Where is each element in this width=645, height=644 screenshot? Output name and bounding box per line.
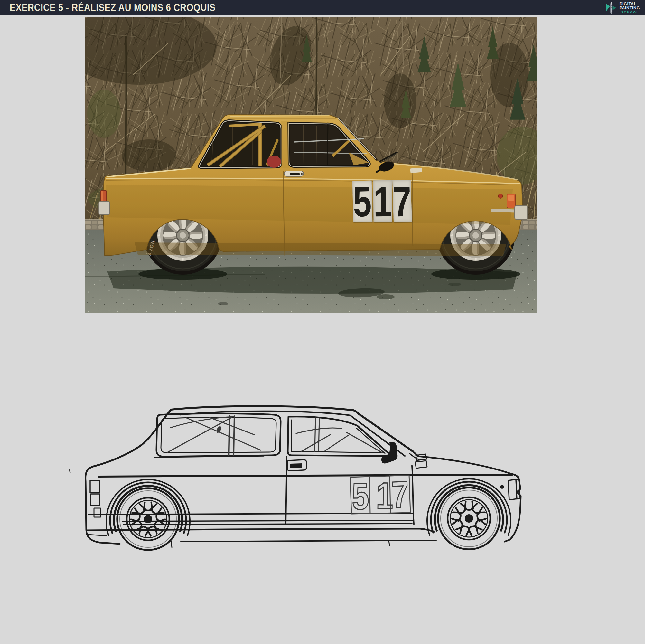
rear-bumper [99,201,110,215]
sketch-race-digit: 1 [376,475,394,516]
side-repeater [498,194,503,198]
pencil-icon [606,1,617,14]
page-title: EXERCICE 5 - RÉALISEZ AU MOINS 6 CROQUIS [10,2,216,13]
sketch-taillights [90,480,100,505]
front-face-line [505,474,521,541]
b-pillar [281,121,289,168]
c-pillar-line [94,410,171,466]
sketch-side-marker [500,485,504,489]
sketch-front-wheel [427,479,511,549]
reference-photo: AVON [85,17,538,313]
sketch-race-number: 5 1 7 [352,473,409,517]
logo-word-school: .SCHOOL [619,11,640,14]
logo-word-digital: DIGITAL [619,2,640,6]
race-number-panel: 1 [373,180,392,222]
front-bumper [515,205,527,219]
sketch-front-light [508,479,520,500]
race-number-panel: 5 [353,180,373,222]
stray-mark [69,470,70,472]
logo-word-painting: PAINTING [619,6,640,10]
race-digit: 1 [373,182,392,222]
beltline [98,475,512,477]
hood-line [413,452,512,474]
car-sketch [85,406,521,550]
sketch-quarter-window [157,414,281,457]
door-handle [284,171,303,176]
fender-sticker [410,168,422,173]
sketch-canvas: 5 1 7 [58,396,541,589]
sketch-race-digit: 7 [391,473,409,515]
photo-scene: AVON [85,17,538,313]
rocker-lines [122,520,413,524]
race-digit: 7 [392,182,412,222]
brand-logo[interactable]: DIGITAL PAINTING .SCHOOL [606,1,640,14]
race-number-panel: 7 [392,180,412,222]
race-digit: 5 [353,182,372,222]
racing-seat [267,156,281,168]
header-bar: EXERCICE 5 - RÉALISEZ AU MOINS 6 CROQUIS… [0,0,645,15]
sketch-race-digit: 5 [352,475,369,517]
